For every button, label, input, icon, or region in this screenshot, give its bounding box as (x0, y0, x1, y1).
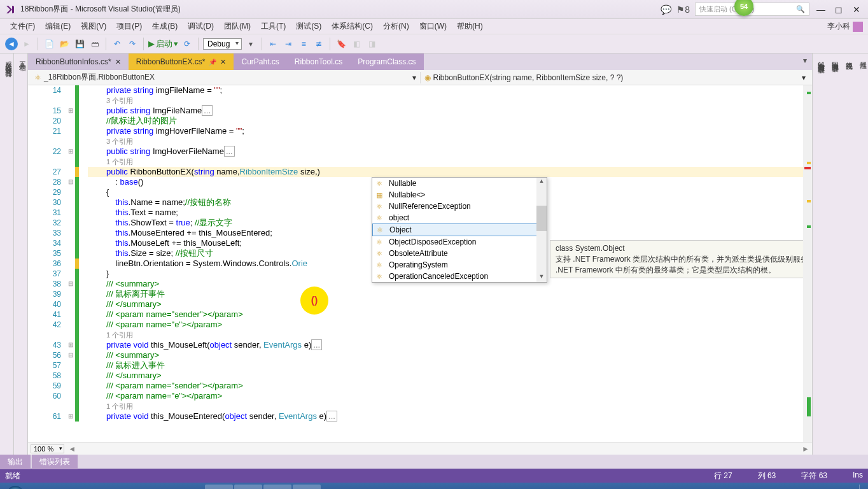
bottom-panel-tabs: 输出 错误列表 (0, 455, 868, 469)
right-sidetab-classview[interactable]: 类视图 (840, 53, 854, 455)
bookmark3-button[interactable]: ◨ (365, 38, 378, 50)
titlebar: 18Ribbon界面 - Microsoft Visual Studio(管理员… (0, 0, 868, 19)
menu-debug[interactable]: 调试(D) (183, 21, 219, 32)
pin-icon[interactable]: 📌 (209, 59, 216, 66)
errorlist-tab[interactable]: 错误列表 (32, 455, 78, 469)
task-ie[interactable]: 🌐 (59, 485, 87, 489)
platform-combo[interactable]: ▾ (244, 38, 257, 50)
close-tab-icon[interactable]: ✕ (220, 58, 226, 66)
window-title: 18Ribbon界面 - Microsoft Visual Studio(管理员… (20, 4, 181, 15)
task-app1[interactable]: 🟦 (88, 485, 116, 489)
intellisense-item[interactable]: ⚛Nullable (372, 178, 547, 189)
minimize-button[interactable]: — (815, 4, 827, 15)
scroll-down-icon[interactable]: ▼ (536, 273, 547, 282)
feedback-icon[interactable]: 💬 (661, 4, 671, 15)
menu-window[interactable]: 窗口(W) (414, 21, 452, 32)
editor-area: RibbonButtonInfos.cs*✕RibbonButtonEX.cs*… (28, 53, 812, 455)
task-explorer[interactable]: 📁 (29, 485, 57, 489)
scroll-up-icon[interactable]: ▲ (536, 178, 547, 187)
task-vs[interactable] (293, 485, 321, 489)
svg-point-0 (7, 486, 24, 489)
start-button[interactable] (3, 484, 28, 489)
maximize-button[interactable]: ◻ (832, 4, 845, 15)
type-icon: ⚛ (376, 214, 385, 222)
menu-team[interactable]: 团队(M) (219, 21, 256, 32)
intellisense-item[interactable]: ⚛NullReferenceException (372, 201, 547, 212)
intellisense-item[interactable]: ⚛Object (372, 223, 547, 236)
menu-build[interactable]: 生成(B) (147, 21, 183, 32)
task-opera[interactable]: 🔴 (117, 485, 145, 489)
notification-flag[interactable]: ⚑8 (676, 4, 690, 15)
intellisense-item[interactable]: ⚛OperatingSystem (372, 259, 547, 271)
menu-help[interactable]: 帮助(H) (452, 21, 488, 32)
menu-view[interactable]: 视图(V) (76, 21, 111, 32)
save-button[interactable]: 💾 (73, 38, 86, 50)
intellisense-item[interactable]: ⚛ObjectDisposedException (372, 236, 547, 248)
uncomment-button[interactable]: ≢ (312, 38, 325, 50)
user-avatar[interactable] (853, 22, 863, 32)
right-sidetab-props[interactable]: 属性 (854, 53, 868, 455)
close-button[interactable]: ✕ (850, 4, 863, 15)
close-tab-icon[interactable]: ✕ (115, 58, 121, 66)
task-app3[interactable]: 🐱 (205, 485, 233, 489)
intellisense-item[interactable]: ⚛ObsoleteAttribute (372, 248, 547, 259)
scroll-right-icon[interactable]: ► (802, 444, 809, 453)
status-col: 列 63 (758, 471, 776, 481)
doctab[interactable]: RibbonTool.cs (287, 53, 350, 70)
intellisense-popup[interactable]: ⚛Nullable▦Nullable<>⚛NullReferenceExcept… (372, 177, 547, 283)
doctab[interactable]: RibbonButtonEX.cs*📌✕ (129, 53, 234, 70)
nav-forward-button[interactable]: ► (20, 38, 33, 50)
new-project-button[interactable]: 📄 (43, 38, 55, 50)
redo-button[interactable]: ↷ (126, 38, 139, 50)
indent-out-button[interactable]: ⇤ (267, 38, 279, 50)
intellisense-item[interactable]: ⚛object (372, 212, 547, 223)
right-sidetab-team[interactable]: 团队资源管理器 (826, 53, 840, 455)
undo-button[interactable]: ↶ (111, 38, 123, 50)
overview-ruler[interactable] (803, 85, 812, 442)
save-all-button[interactable]: 🗃 (88, 38, 101, 50)
task-folder[interactable]: 📂 (263, 485, 291, 489)
indent-in-button[interactable]: ⇥ (282, 38, 295, 50)
bookmark-button[interactable]: 🔖 (335, 38, 347, 50)
show-desktop[interactable] (859, 485, 865, 489)
menu-project[interactable]: 项目(P) (111, 21, 147, 32)
menubar: 文件(F) 编辑(E) 视图(V) 项目(P) 生成(B) 调试(D) 团队(M… (0, 19, 868, 34)
menu-test[interactable]: 测试(S) (291, 21, 326, 32)
output-tab[interactable]: 输出 (0, 455, 31, 469)
type-icon: ▦ (376, 191, 385, 199)
config-combo[interactable]: Debug (203, 38, 242, 50)
task-firefox[interactable]: 🦊 (146, 485, 174, 489)
scroll-thumb[interactable] (536, 206, 547, 231)
status-line: 行 27 (714, 471, 732, 481)
menu-architecture[interactable]: 体系结构(C) (326, 21, 378, 32)
code-editor[interactable]: 1415⊞202122⊞2728⊟29303132333435363738⊟39… (28, 85, 812, 442)
left-sidetab-server[interactable]: 服务器资源管理器 (0, 53, 14, 455)
intellisense-item[interactable]: ▦Nullable<> (372, 189, 547, 201)
intellisense-scrollbar[interactable]: ▲ ▼ (536, 178, 547, 282)
windows-taskbar: 📁 🌐 🟦 🔴 🦊 🔵 🐱 🅰 📂 ▲ ⚑ 📶 🔊 🟧 🐾 21:29 (0, 483, 868, 489)
doctab[interactable]: RibbonButtonInfos.cs*✕ (28, 53, 129, 70)
debug-step-button[interactable]: ⟳ (181, 38, 193, 50)
class-combo[interactable]: ⚛_18Ribbon界面.RibbonButtonEX▾ (31, 71, 420, 84)
menu-tools[interactable]: 工具(T) (256, 21, 291, 32)
open-file-button[interactable]: 📂 (58, 38, 71, 50)
zoom-combo[interactable]: 100 % (31, 444, 64, 453)
right-sidetab-solution[interactable]: 解决方案资源管理器 (812, 53, 826, 455)
bookmark2-button[interactable]: ◧ (350, 38, 363, 50)
left-sidetab-toolbox[interactable]: 工具箱 (14, 53, 28, 455)
doctab-dropdown[interactable]: ▾ (798, 53, 812, 70)
start-debug-button[interactable]: ▶ 启动 ▾ (148, 38, 178, 50)
menu-edit[interactable]: 编辑(E) (40, 21, 76, 32)
task-autocad[interactable]: 🅰 (234, 485, 262, 489)
user-name[interactable]: 李小科 (827, 21, 850, 32)
nav-back-button[interactable]: ◄ (5, 38, 18, 50)
menu-file[interactable]: 文件(F) (5, 21, 40, 32)
task-app2[interactable]: 🔵 (176, 485, 204, 489)
doctab[interactable]: CurPaht.cs (234, 53, 286, 70)
comment-button[interactable]: ≡ (297, 38, 310, 50)
split-icon[interactable]: ◄ (68, 444, 76, 453)
doctab[interactable]: ProgramClass.cs (350, 53, 423, 70)
menu-analysis[interactable]: 分析(N) (378, 21, 414, 32)
member-combo[interactable]: ◉RibbonButtonEX(string name, RibbonItemS… (420, 72, 810, 83)
intellisense-item[interactable]: ⚛OperationCanceledException (372, 271, 547, 282)
